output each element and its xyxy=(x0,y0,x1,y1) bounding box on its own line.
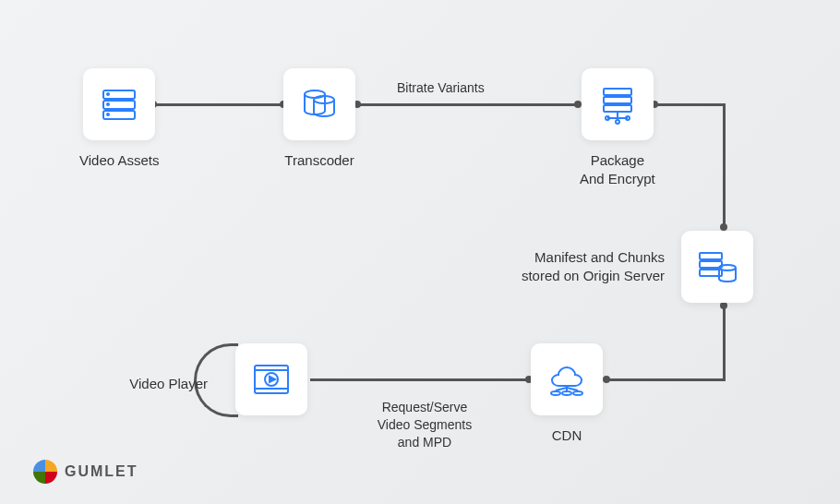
edge-dot xyxy=(720,302,727,309)
svg-line-25 xyxy=(567,388,578,390)
node-transcoder: Transcoder xyxy=(283,68,355,170)
svg-line-24 xyxy=(556,388,567,390)
svg-rect-9 xyxy=(604,97,631,103)
node-label: Video Assets xyxy=(79,151,159,170)
brand-name: GUMLET xyxy=(65,463,138,480)
transcoder-icon xyxy=(283,68,355,140)
svg-point-20 xyxy=(551,391,560,395)
svg-point-22 xyxy=(573,391,582,395)
svg-point-5 xyxy=(107,114,109,115)
gumlet-logo-icon xyxy=(33,460,57,484)
text: Manifest and Chunks xyxy=(534,249,665,265)
node-label: Package And Encrypt xyxy=(580,151,655,189)
video-player-icon xyxy=(235,343,307,415)
edge-label-request: Request/Serve Video Segments and MPD xyxy=(351,399,498,451)
edge-down-to-origin xyxy=(723,103,726,226)
node-package: Package And Encrypt xyxy=(580,68,655,189)
text: Video Segments xyxy=(378,417,472,432)
node-video-assets: Video Assets xyxy=(79,68,159,170)
text: and MPD xyxy=(398,435,451,450)
svg-point-4 xyxy=(107,103,109,105)
diagram-canvas: Bitrate Variants Request/Serve Video Seg… xyxy=(0,0,840,504)
edge-assets-transcoder xyxy=(152,103,283,106)
video-assets-icon xyxy=(83,68,155,140)
text: Request/Serve xyxy=(382,400,468,414)
svg-point-21 xyxy=(562,391,571,395)
edge-package-right xyxy=(654,103,726,106)
origin-server-icon xyxy=(681,231,753,303)
text: stored on Origin Server xyxy=(522,268,665,283)
node-label: Manifest and Chunks stored on Origin Ser… xyxy=(489,248,665,286)
text: And Encrypt xyxy=(580,171,655,186)
node-origin: Manifest and Chunks stored on Origin Ser… xyxy=(489,231,753,303)
edge-dot xyxy=(603,376,610,383)
package-icon xyxy=(582,68,654,140)
node-label: Transcoder xyxy=(283,151,355,170)
edge-to-cdn xyxy=(606,378,726,381)
text: Package xyxy=(591,152,644,168)
cdn-icon xyxy=(531,343,603,415)
svg-point-15 xyxy=(616,120,619,124)
svg-point-3 xyxy=(107,93,109,95)
node-label: Video Player xyxy=(120,375,208,393)
edge-label-bitrate: Bitrate Variants xyxy=(397,79,485,97)
edge-dot xyxy=(720,223,727,231)
node-label: CDN xyxy=(531,426,603,445)
brand-logo: GUMLET xyxy=(33,460,138,484)
svg-rect-8 xyxy=(604,89,631,95)
edge-cdn-player xyxy=(310,378,528,381)
edge-origin-down xyxy=(723,305,726,380)
node-player: Video Player xyxy=(120,343,307,415)
node-cdn: CDN xyxy=(531,343,603,445)
svg-rect-16 xyxy=(700,253,722,259)
edge-transcoder-package xyxy=(356,103,578,106)
svg-rect-10 xyxy=(604,105,631,112)
